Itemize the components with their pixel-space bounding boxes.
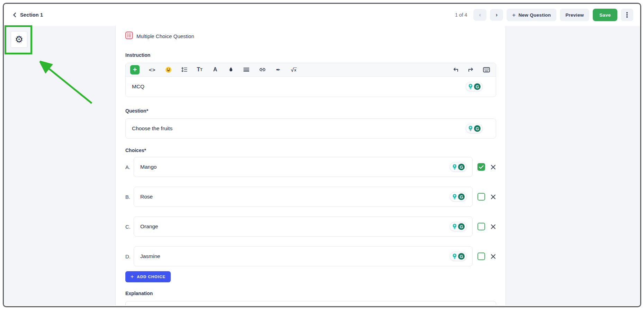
- line-height-icon[interactable]: [181, 66, 187, 73]
- remove-choice-icon[interactable]: [490, 253, 496, 259]
- choice-row: D. Jasmine G: [125, 246, 496, 266]
- question-type-label: Multiple Choice Question: [136, 33, 194, 39]
- choice-letter: D.: [125, 254, 134, 259]
- grammarly-icon: G: [458, 164, 465, 170]
- correct-answer-checkbox[interactable]: [477, 253, 485, 260]
- toolbar-right-group: [453, 66, 491, 73]
- prev-question-button[interactable]: ‹: [473, 9, 486, 21]
- question-editor: Multiple Choice Question Instruction + <…: [116, 26, 506, 305]
- suggestion-bulb-icon: [452, 164, 457, 170]
- choice-input[interactable]: Jasmine G: [134, 246, 473, 266]
- chevron-right-icon: ›: [495, 11, 498, 18]
- grammarly-icon: G: [458, 223, 465, 230]
- top-bar: Section 1 1 of 4 ‹ › + New Question Prev…: [4, 4, 640, 26]
- mcq-list-icon: [125, 32, 133, 41]
- preview-button[interactable]: Preview: [560, 9, 589, 21]
- kebab-icon: [626, 12, 628, 14]
- question-label: Question*: [125, 108, 496, 114]
- left-panel: ⚙: [4, 26, 116, 305]
- question-pagination: 1 of 4: [455, 12, 467, 18]
- choice-value: Rose: [140, 194, 153, 200]
- chevron-left-icon: ‹: [479, 11, 481, 18]
- gear-icon: ⚙: [15, 35, 23, 44]
- color-drop-icon[interactable]: [228, 66, 234, 73]
- formula-icon[interactable]: √x: [291, 66, 297, 73]
- writing-assist-pill[interactable]: G: [466, 124, 483, 133]
- choice-row: B. Rose G: [125, 187, 496, 207]
- explanation-label: Explanation: [125, 291, 496, 296]
- save-label: Save: [599, 12, 611, 18]
- undo-icon[interactable]: [453, 66, 459, 73]
- remove-choice-icon[interactable]: [490, 194, 496, 200]
- next-question-button[interactable]: ›: [490, 9, 503, 21]
- grammarly-icon: G: [474, 125, 481, 132]
- insert-plus-icon[interactable]: +: [130, 65, 140, 74]
- suggestion-bulb-icon: [452, 254, 457, 259]
- writing-assist-pill[interactable]: G: [450, 222, 467, 231]
- question-type-header: Multiple Choice Question: [125, 32, 496, 41]
- emoji-icon[interactable]: [165, 66, 172, 73]
- explanation-editor[interactable]: [125, 301, 496, 305]
- instruction-label: Instruction: [125, 52, 496, 58]
- grammarly-icon: G: [458, 253, 465, 260]
- suggestion-bulb-icon: [452, 224, 457, 230]
- keyboard-icon[interactable]: [483, 66, 490, 73]
- choice-input[interactable]: Mango G: [134, 157, 473, 177]
- choice-letter: A.: [125, 164, 134, 170]
- text-size-icon[interactable]: TT: [197, 66, 203, 73]
- back-to-section[interactable]: Section 1: [13, 12, 43, 18]
- suggestion-bulb-icon: [468, 84, 473, 90]
- top-bar-actions: 1 of 4 ‹ › + New Question Preview Save: [455, 9, 633, 21]
- correct-answer-checkbox[interactable]: [477, 163, 485, 171]
- choice-value: Mango: [140, 164, 156, 170]
- more-options-button[interactable]: [621, 9, 633, 21]
- choice-value: Orange: [140, 223, 158, 230]
- question-value: Choose the fruits: [132, 125, 172, 132]
- remove-choice-icon[interactable]: [490, 223, 496, 230]
- instruction-input[interactable]: MCQ G: [126, 77, 496, 97]
- writing-assist-pill[interactable]: G: [450, 162, 467, 172]
- font-icon[interactable]: A: [212, 66, 218, 73]
- correct-answer-checkbox[interactable]: [477, 193, 485, 201]
- instruction-value: MCQ: [132, 83, 144, 90]
- check-icon: [479, 165, 484, 169]
- add-choice-label: ADD CHOICE: [137, 275, 166, 279]
- add-choice-button[interactable]: + ADD CHOICE: [125, 271, 171, 282]
- writing-assist-pill[interactable]: G: [450, 252, 467, 261]
- suggestion-bulb-icon: [468, 126, 473, 132]
- choice-letter: B.: [125, 194, 134, 200]
- save-button[interactable]: Save: [593, 9, 617, 21]
- grammarly-icon: G: [474, 83, 481, 90]
- align-icon[interactable]: [243, 66, 250, 73]
- correct-answer-checkbox[interactable]: [477, 223, 485, 230]
- choices-label: Choices*: [125, 148, 496, 153]
- choices-list: A. Mango G B. Rose G: [125, 157, 496, 266]
- question-settings-button[interactable]: ⚙: [11, 31, 27, 48]
- link-icon[interactable]: [259, 66, 266, 73]
- instruction-editor: + <> TT A: [125, 63, 496, 97]
- writing-assist-pill[interactable]: G: [466, 82, 483, 91]
- back-chevron-icon: [13, 12, 16, 17]
- writing-assist-pill[interactable]: G: [450, 192, 467, 202]
- choice-input[interactable]: Rose G: [134, 187, 473, 207]
- remove-choice-icon[interactable]: [490, 164, 496, 170]
- choice-value: Jasmine: [140, 253, 160, 259]
- toolbar-left-group: + <> TT A: [130, 65, 297, 74]
- choice-input[interactable]: Orange G: [134, 216, 473, 237]
- new-question-label: New Question: [519, 12, 551, 18]
- suggestion-bulb-icon: [452, 194, 457, 200]
- choice-row: A. Mango G: [125, 157, 496, 177]
- code-icon[interactable]: <>: [149, 66, 156, 73]
- richtext-toolbar: + <> TT A: [126, 63, 496, 77]
- new-question-button[interactable]: + New Question: [507, 9, 556, 21]
- app-window: Section 1 1 of 4 ‹ › + New Question Prev…: [3, 3, 641, 307]
- preview-label: Preview: [565, 12, 584, 18]
- question-input[interactable]: Choose the fruits G: [125, 118, 496, 139]
- pen-icon[interactable]: ✒: [275, 66, 281, 73]
- redo-icon[interactable]: [468, 66, 474, 73]
- body: ⚙: [4, 26, 640, 305]
- grammarly-icon: G: [458, 194, 465, 200]
- plus-icon: +: [131, 274, 134, 280]
- section-title: Section 1: [20, 12, 43, 18]
- plus-icon: +: [512, 12, 516, 18]
